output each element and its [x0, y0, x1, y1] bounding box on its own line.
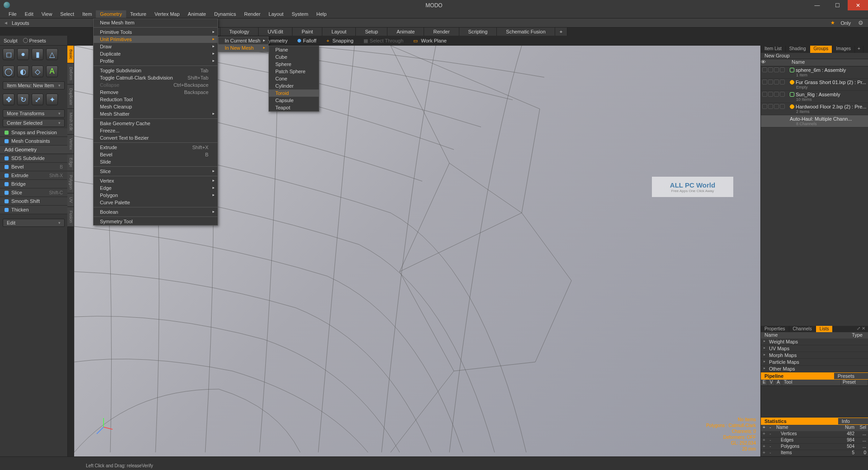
bridge-button[interactable]: Bridge	[0, 180, 67, 188]
item-menu-dropdown[interactable]: Item Menu: New Item	[3, 81, 65, 89]
mesh-constraints-button[interactable]: Mesh Constraints	[0, 137, 67, 146]
menu-item-bevel[interactable]: BevelB	[94, 151, 217, 158]
more-transforms-dropdown[interactable]: More Transforms	[3, 109, 65, 118]
menu-help[interactable]: Help	[312, 10, 331, 18]
pipeline-presets[interactable]: Presets	[834, 373, 868, 379]
move-icon[interactable]: ✥	[3, 94, 14, 105]
menu-item-edge[interactable]: Edge	[94, 184, 217, 192]
props-expand-icon[interactable]: ⤢ ✕	[857, 326, 868, 332]
menu-item-polygon[interactable]: Polygon	[94, 192, 217, 199]
rtab-images[interactable]: Images	[832, 46, 855, 53]
minimize-button[interactable]: —	[807, 0, 827, 10]
tab-uvedit[interactable]: UVEdit	[259, 28, 292, 36]
gear-icon[interactable]: ⚙	[858, 19, 868, 26]
vtab-uv[interactable]: UV	[67, 193, 74, 207]
center-selected-dropdown[interactable]: Center Selected	[3, 119, 65, 127]
plane-prim-icon[interactable]: ◇	[32, 66, 43, 77]
menu-item-convert-text-to-bezier[interactable]: Convert Text to Bezier	[94, 134, 217, 141]
presets-button[interactable]: Presets	[23, 38, 46, 43]
menu-item-new-mesh-item[interactable]: New Mesh Item	[94, 19, 217, 26]
smooth-shift-button[interactable]: Smooth Shift	[0, 197, 67, 206]
menu-item-primitive-tools[interactable]: Primitive Tools	[94, 28, 217, 36]
sds-subdivide-button[interactable]: SDS Subdivide	[0, 154, 67, 163]
rtab-shading[interactable]: Shading	[786, 46, 810, 53]
menu-item-profile[interactable]: Profile	[94, 57, 217, 65]
work-plane-toggle[interactable]: Work Plane	[410, 37, 449, 45]
primitive-toroid[interactable]: Toroid	[269, 89, 319, 97]
stats-row-items[interactable]: +-Items50	[761, 450, 868, 456]
tube-prim-icon[interactable]: ◐	[17, 66, 29, 77]
slice-button[interactable]: SliceShift-C	[0, 188, 67, 197]
layouts-left-arrow-icon[interactable]: ◄	[4, 20, 8, 25]
vtab-duplicate[interactable]: Duplicate	[67, 85, 74, 109]
stats-row-vertices[interactable]: +-Vertices482...	[761, 431, 868, 437]
menu-layout[interactable]: Layout	[264, 10, 288, 18]
menu-file[interactable]: File	[5, 10, 21, 18]
primitive-patch-sphere[interactable]: Patch Sphere	[269, 68, 319, 75]
vtab-deform[interactable]: Deform	[67, 63, 74, 85]
ptab-properties[interactable]: Properties	[761, 326, 789, 332]
menu-item-slide[interactable]: Slide	[94, 158, 217, 165]
menu-item-extrude[interactable]: ExtrudeShift+X	[94, 144, 217, 151]
menu-item-reduction-tool[interactable]: Reduction Tool	[94, 96, 217, 103]
primitive-sphere[interactable]: Sphere	[269, 61, 319, 68]
menu-item-mesh-shatter[interactable]: Mesh Shatter	[94, 110, 217, 118]
layouts-label[interactable]: Layouts	[12, 20, 29, 26]
menu-item-curve-palette[interactable]: Curve Palette	[94, 199, 217, 206]
rotate-icon[interactable]: ↻	[17, 94, 29, 105]
menu-item-unit-primitives[interactable]: Unit Primitives	[94, 36, 217, 43]
tab-scripting[interactable]: Scripting	[459, 28, 497, 36]
item-row[interactable]: Auto-Haul: Multiple Chann...8 Channels	[761, 115, 868, 127]
thicken-button[interactable]: Thicken	[0, 206, 67, 214]
menu-item-boolean[interactable]: Boolean	[94, 208, 217, 216]
menu-edit[interactable]: Edit	[21, 10, 38, 18]
tab-render[interactable]: Render	[424, 28, 459, 36]
ptab-lists[interactable]: Lists	[816, 326, 833, 332]
vtab-vertex[interactable]: Vertex	[67, 135, 74, 154]
snaps-precision-button[interactable]: Snaps and Precision	[0, 128, 67, 137]
vtab-fusion[interactable]: Fusion	[67, 207, 74, 227]
add-tab-button[interactable]: +	[555, 28, 567, 36]
snapping-toggle[interactable]: Snapping	[324, 37, 356, 44]
primitive-teapot[interactable]: Teapot	[269, 104, 319, 111]
new-group-header[interactable]: New Group	[761, 53, 868, 59]
text-prim-icon[interactable]: A	[46, 66, 58, 77]
axis-gizmo-icon[interactable]	[92, 416, 115, 438]
menu-item-duplicate[interactable]: Duplicate	[94, 50, 217, 57]
falloff-toggle[interactable]: Falloff	[295, 37, 319, 44]
vtab-mesh-edit[interactable]: Mesh Edit	[67, 109, 74, 135]
menu-item-vertex[interactable]: Vertex	[94, 177, 217, 184]
bevel-button[interactable]: BevelB	[0, 163, 67, 171]
cube-prim-icon[interactable]: ◻	[3, 48, 14, 60]
menu-system[interactable]: System	[288, 10, 312, 18]
extrude-button[interactable]: ExtrudeShift-X	[0, 171, 67, 180]
item-row[interactable]: Hardwood Floor 2.lxp (2) : Pre...2 Items	[761, 103, 868, 115]
menu-item-slice[interactable]: Slice	[94, 168, 217, 175]
add-rtab-button[interactable]: +	[855, 46, 863, 53]
list-uv-maps[interactable]: UV Maps	[761, 345, 868, 352]
cone-prim-icon[interactable]: △	[46, 48, 58, 60]
item-row[interactable]: Fur Grass Short 01.lxp (2) : Pr...Empty	[761, 79, 868, 91]
list-other-maps[interactable]: Other Maps	[761, 366, 868, 372]
menu-item[interactable]: Item	[78, 10, 96, 18]
tab-topology[interactable]: Topology	[220, 28, 259, 36]
list-particle-maps[interactable]: Particle Maps	[761, 359, 868, 366]
menu-texture[interactable]: Texture	[126, 10, 151, 18]
menu-animate[interactable]: Animate	[184, 10, 210, 18]
tab-schematic fusion[interactable]: Schematic Fusion	[497, 28, 555, 36]
edit-dropdown[interactable]: Edit	[3, 219, 65, 227]
stats-row-edges[interactable]: +-Edges984...	[761, 437, 868, 444]
stats-row-polygons[interactable]: +-Polygons504...	[761, 444, 868, 450]
menu-item-draw[interactable]: Draw	[94, 43, 217, 50]
submenu-in-new-mesh[interactable]: In New Mesh	[218, 44, 268, 52]
primitive-cube[interactable]: Cube	[269, 53, 319, 61]
vtab-edge[interactable]: Edge	[67, 154, 74, 171]
menu-item-mesh-cleanup[interactable]: Mesh Cleanup	[94, 103, 217, 110]
menu-item-symmetry-tool[interactable]: Symmetry Tool	[94, 218, 217, 225]
rtab-item-list[interactable]: Item List	[761, 46, 786, 53]
transform-icon[interactable]: ✦	[46, 94, 58, 105]
scale-icon[interactable]: ⤢	[32, 94, 43, 105]
close-button[interactable]: ✕	[848, 0, 868, 10]
submenu-in-current-mesh[interactable]: In Current Mesh	[218, 37, 268, 44]
item-row[interactable]: Sun_Rig : Assembly10 Items	[761, 91, 868, 103]
